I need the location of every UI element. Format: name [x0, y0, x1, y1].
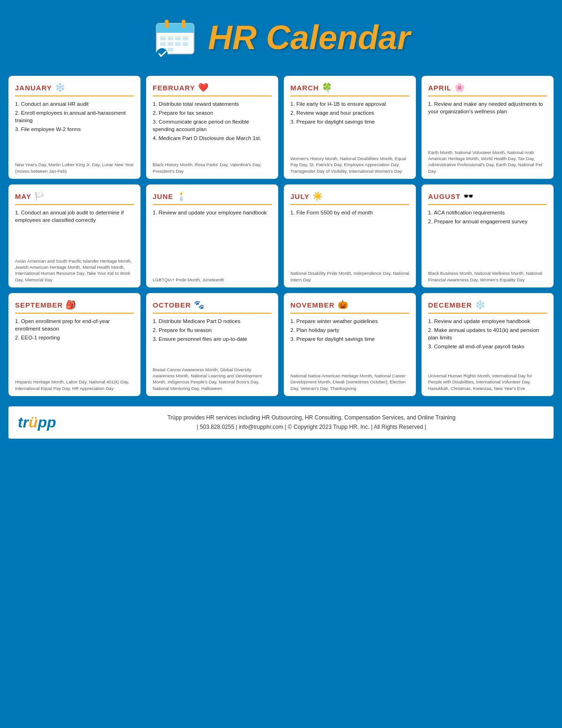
task-item: 1. Review and make any needed adjustment… — [428, 100, 547, 115]
month-header: SEPTEMBER🎒 — [15, 300, 134, 310]
month-divider — [153, 204, 272, 205]
month-emoji: ☀️ — [312, 191, 323, 201]
svg-rect-11 — [175, 42, 181, 46]
month-divider — [428, 313, 547, 314]
calendar-icon — [152, 14, 199, 61]
holiday-list: Women's History Month, National Disabili… — [290, 153, 409, 174]
month-divider — [290, 204, 409, 205]
month-card-january: JANUARY❄️1. Conduct an annual HR audit2.… — [8, 76, 140, 179]
month-card-june: JUNE🕯️1. Review and update your employee… — [146, 184, 278, 287]
task-list: 1. Review and update employee handbook2.… — [428, 317, 547, 366]
month-divider — [153, 96, 272, 96]
svg-point-15 — [156, 48, 168, 59]
month-divider — [428, 204, 547, 205]
task-item: 1. Conduct an annual HR audit — [15, 100, 134, 108]
month-header: JUNE🕯️ — [153, 191, 272, 201]
month-card-november: NOVEMBER🎃1. Prepare winter weather guide… — [284, 293, 416, 396]
svg-rect-5 — [160, 37, 166, 40]
month-emoji: ❤️ — [198, 82, 208, 93]
task-item: 1. Distribute Medicare Part D notices — [153, 317, 272, 325]
footer-description: Trüpp provides HR services including HR … — [79, 413, 544, 422]
task-list: 1. File Form 5500 by end of month — [290, 209, 409, 264]
task-list: 1. Review and update your employee handb… — [153, 209, 272, 270]
holiday-list: Breast Cancer Awareness Month, Global Di… — [153, 364, 272, 391]
task-list: 1. Conduct an annual HR audit2. Enroll e… — [15, 100, 134, 155]
task-list: 1. Prepare winter weather guidelines2. P… — [290, 317, 409, 366]
month-card-september: SEPTEMBER🎒1. Open enrollment prep for en… — [8, 293, 140, 396]
task-item: 3. Ensure personnel files are up-to-date — [153, 335, 272, 343]
task-item: 3. Communicate grace period on flexible … — [153, 118, 272, 133]
holiday-list: Black History Month, Rosa Parks' Day, Va… — [153, 159, 272, 174]
month-card-march: MARCH🍀1. File early for H-1B to ensure a… — [284, 76, 416, 179]
month-header: MAY🏳️ — [15, 191, 134, 201]
month-name: SEPTEMBER — [15, 301, 63, 309]
svg-rect-2 — [156, 28, 194, 33]
month-divider — [428, 96, 547, 96]
task-list: 1. ACA notification requirements2. Prepa… — [428, 209, 547, 264]
month-emoji: 🍀 — [322, 82, 332, 93]
month-emoji: 🎒 — [66, 300, 76, 310]
task-item: 2. Prepare for tax season — [153, 109, 272, 117]
month-card-july: JULY☀️1. File Form 5500 by end of monthN… — [284, 184, 416, 287]
month-emoji: 🌸 — [454, 82, 465, 93]
page-header: HR Calendar — [0, 0, 562, 70]
svg-rect-3 — [165, 20, 169, 28]
footer-contact: | 503.828.0255 | info@trupphr.com | © Co… — [79, 422, 544, 432]
task-item: 1. File Form 5500 by end of month — [290, 209, 409, 216]
task-item: 3. File employee W-2 forms — [15, 125, 134, 133]
logo: trüpp — [18, 414, 65, 431]
month-header: JANUARY❄️ — [15, 82, 134, 93]
task-list: 1. Distribute total reward statements2. … — [153, 100, 272, 155]
month-header: NOVEMBER🎃 — [290, 300, 409, 310]
svg-rect-10 — [168, 42, 173, 46]
task-item: 1. File early for H-1B to ensure approva… — [290, 100, 409, 108]
svg-rect-4 — [182, 20, 185, 28]
holiday-list: Black Business Month, National Wellness … — [428, 267, 547, 283]
month-card-august: AUGUST🕶️1. ACA notification requirements… — [422, 184, 554, 287]
month-name: MARCH — [290, 84, 319, 92]
svg-rect-12 — [183, 42, 188, 46]
month-divider — [290, 313, 409, 314]
month-divider — [153, 313, 272, 314]
month-emoji: ❄️ — [475, 300, 485, 310]
task-item: 1. Prepare winter weather guidelines — [290, 317, 409, 325]
month-name: MAY — [15, 192, 31, 200]
month-emoji: 🕶️ — [463, 191, 473, 201]
month-divider — [290, 96, 409, 96]
task-item: 2. Prepare for annual engagement survey — [428, 218, 547, 225]
task-item: 2. Review wage and hour practices — [290, 109, 409, 117]
month-name: APRIL — [428, 84, 451, 92]
month-card-april: APRIL🌸1. Review and make any needed adju… — [422, 76, 554, 179]
task-item: 4. Medicare Part D Disclosure due March … — [153, 134, 272, 142]
task-item: 1. Review and update employee handbook — [428, 317, 547, 325]
task-list: 1. Review and make any needed adjustment… — [428, 100, 547, 143]
svg-rect-6 — [168, 37, 173, 40]
task-item: 3. Prepare for daylight savings time — [290, 118, 409, 125]
month-name: AUGUST — [428, 192, 460, 200]
holiday-list: LGBTQIA+ Pride Month, Juneteenth — [153, 274, 272, 283]
footer-info: Trüpp provides HR services including HR … — [79, 413, 544, 432]
month-card-february: FEBRUARY❤️1. Distribute total reward sta… — [146, 76, 278, 179]
task-item: 1. Open enrollment prep for end-of-year … — [15, 317, 134, 332]
task-item: 2. EEO-1 reporting — [15, 334, 134, 341]
month-emoji: 🐾 — [194, 300, 204, 310]
month-header: FEBRUARY❤️ — [153, 82, 272, 93]
month-card-december: DECEMBER❄️1. Review and update employee … — [422, 293, 554, 396]
task-item: 3. Prepare for daylight savings time — [290, 335, 409, 343]
month-name: OCTOBER — [153, 301, 191, 309]
task-item: 2. Make annual updates to 401(k) and pen… — [428, 326, 547, 341]
month-name: DECEMBER — [428, 301, 472, 309]
month-name: FEBRUARY — [153, 84, 195, 92]
task-item: 3. Complete all end-of-year payroll task… — [428, 343, 547, 350]
month-name: JULY — [290, 192, 310, 200]
task-list: 1. Distribute Medicare Part D notices2. … — [153, 317, 272, 360]
month-name: JANUARY — [15, 84, 52, 92]
month-emoji: ❄️ — [55, 82, 65, 93]
month-header: DECEMBER❄️ — [428, 300, 547, 310]
task-item: 1. Distribute total reward statements — [153, 100, 272, 108]
task-list: 1. Conduct an annual job audit to determ… — [15, 209, 134, 251]
holiday-list: New Year's Day, Martin Luther King Jr. D… — [15, 159, 134, 174]
month-header: JULY☀️ — [290, 191, 409, 201]
svg-rect-8 — [183, 37, 188, 40]
month-header: AUGUST🕶️ — [428, 191, 547, 201]
